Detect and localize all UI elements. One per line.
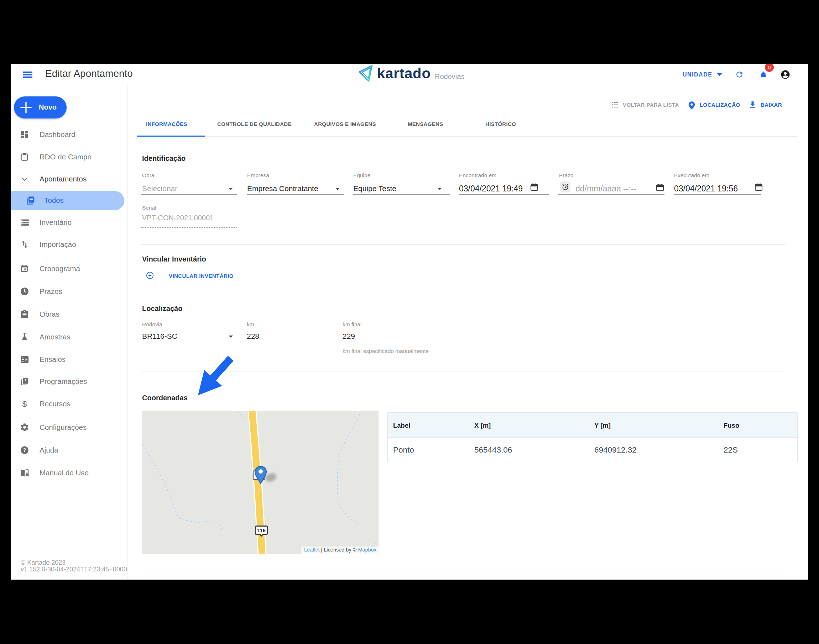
svg-text:116: 116 xyxy=(257,527,265,534)
svg-text:?: ? xyxy=(23,447,26,453)
svg-text:$: $ xyxy=(22,399,27,408)
